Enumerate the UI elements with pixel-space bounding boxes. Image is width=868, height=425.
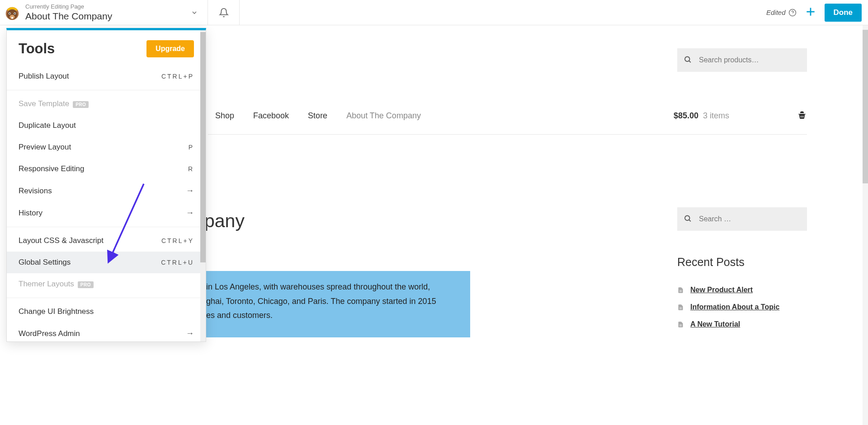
page-heading-partial: pany: [204, 210, 245, 232]
chevron-down-icon[interactable]: [189, 7, 200, 19]
product-search-input[interactable]: [677, 48, 807, 72]
nav-link[interactable]: Facebook: [253, 111, 289, 121]
recent-posts-heading: Recent Posts: [677, 256, 807, 269]
tools-menu-item[interactable]: Global SettingsCTRL+U: [7, 252, 206, 273]
page-selector[interactable]: Currently Editing Page About The Company: [0, 0, 208, 25]
tools-menu-item: Save TemplatePRO: [7, 93, 206, 115]
tools-menu-item[interactable]: Revisions→: [7, 180, 206, 202]
pro-badge: PRO: [73, 101, 89, 108]
keyboard-shortcut: R: [188, 165, 194, 173]
keyboard-shortcut: CTRL+Y: [161, 237, 194, 244]
recent-post-item: New Product Alert: [677, 286, 807, 294]
tools-scrollbar[interactable]: [200, 30, 206, 341]
file-icon: [677, 287, 684, 294]
add-content-button[interactable]: [805, 6, 816, 19]
nav-link[interactable]: Store: [308, 111, 327, 121]
page-vertical-scrollbar[interactable]: [863, 25, 868, 425]
recent-post-link[interactable]: New Product Alert: [690, 286, 753, 294]
sidebar-search-input[interactable]: [677, 207, 807, 231]
keyboard-shortcut: CTRL+U: [161, 259, 194, 266]
recent-post-link[interactable]: A New Tutorial: [690, 320, 740, 328]
bell-icon: [219, 8, 229, 18]
nav-link[interactable]: About The Company: [346, 111, 421, 121]
search-icon: [684, 56, 692, 65]
selected-text-block[interactable]: in Los Angeles, with warehouses spread t…: [204, 271, 470, 337]
search-icon: [684, 215, 692, 224]
svg-point-14: [685, 216, 690, 221]
tools-menu-item[interactable]: History→: [7, 202, 206, 224]
svg-line-13: [689, 61, 690, 62]
basket-icon[interactable]: [797, 110, 807, 121]
tools-menu-item[interactable]: Duplicate Layout: [7, 115, 206, 136]
svg-point-12: [685, 57, 690, 62]
svg-point-4: [9, 13, 10, 14]
tools-menu-item[interactable]: Preview LayoutP: [7, 136, 206, 158]
edited-status: Edited: [766, 9, 797, 17]
cart-summary[interactable]: $85.00 3 items: [674, 111, 729, 121]
page-title: About The Company: [25, 10, 189, 22]
recent-post-item: Information About a Topic: [677, 303, 807, 311]
pro-badge: PRO: [78, 281, 94, 288]
recent-post-link[interactable]: Information About a Topic: [690, 303, 779, 311]
svg-point-6: [14, 13, 15, 14]
beaver-builder-logo-icon: [4, 4, 21, 21]
keyboard-shortcut: CTRL+P: [161, 73, 194, 80]
file-icon: [677, 321, 684, 328]
plus-icon: [805, 6, 816, 18]
recent-post-item: A New Tutorial: [677, 320, 807, 328]
tools-menu-item[interactable]: Responsive EditingR: [7, 158, 206, 180]
svg-rect-7: [11, 17, 13, 19]
sidebar-search: [677, 207, 807, 231]
arrow-right-icon: →: [186, 186, 194, 196]
arrow-right-icon: →: [186, 208, 194, 218]
cart-price: $85.00: [674, 111, 698, 121]
svg-line-15: [689, 220, 690, 221]
tools-title: Tools: [19, 41, 55, 57]
cart-item-count: 3 items: [703, 111, 729, 121]
tools-menu-item[interactable]: Publish LayoutCTRL+P: [7, 65, 206, 87]
tools-menu-item[interactable]: Layout CSS & JavascriptCTRL+Y: [7, 230, 206, 252]
right-sidebar: Recent Posts New Product AlertInformatio…: [677, 207, 807, 337]
arrow-right-icon: →: [186, 329, 194, 338]
help-icon[interactable]: [788, 9, 797, 17]
top-toolbar: Currently Editing Page About The Company…: [0, 0, 868, 25]
notifications-button[interactable]: [208, 0, 240, 25]
upgrade-button[interactable]: Upgrade: [146, 40, 194, 57]
product-search: [677, 48, 807, 72]
primary-nav: ShopFacebookStoreAbout The Company $85.0…: [208, 110, 807, 135]
tools-dropdown: Tools Upgrade Publish LayoutCTRL+PSave T…: [6, 28, 206, 342]
done-button[interactable]: Done: [825, 4, 862, 22]
tools-menu-item: Themer LayoutsPRO: [7, 273, 206, 295]
keyboard-shortcut: P: [189, 144, 194, 151]
tools-menu-item[interactable]: WordPress Admin→: [7, 322, 206, 342]
tools-menu-item[interactable]: Change UI Brightness: [7, 301, 206, 322]
editing-label: Currently Editing Page: [25, 3, 189, 10]
file-icon: [677, 304, 684, 311]
nav-link[interactable]: Shop: [215, 111, 234, 121]
